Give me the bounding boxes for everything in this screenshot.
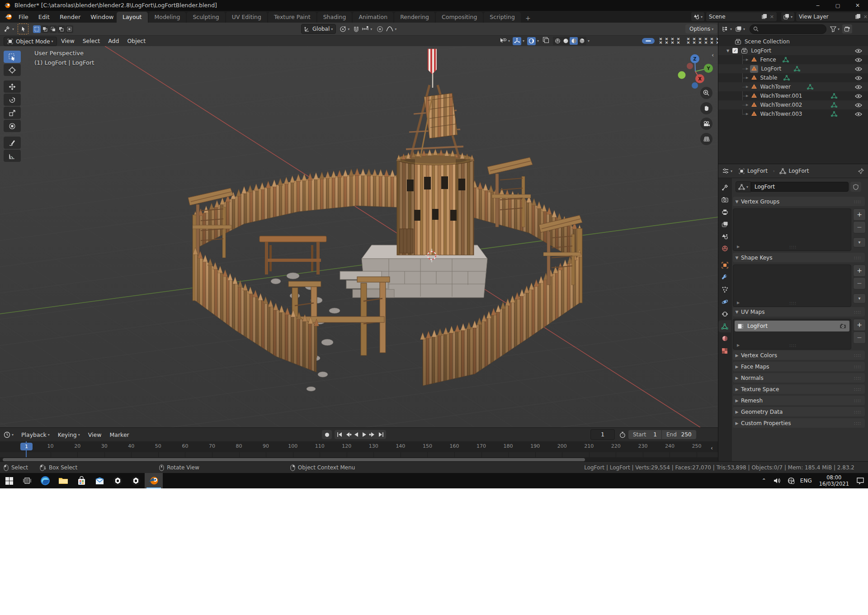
hide-toggle-eye-icon[interactable]: [855, 48, 862, 55]
gizmo-axis-z-neg[interactable]: [692, 82, 698, 89]
jump-to-start-button[interactable]: [335, 431, 344, 438]
restrict-toggle-icon[interactable]: ××: [697, 37, 703, 44]
breadcrumb-data[interactable]: LogFort: [789, 168, 809, 174]
section-custom-properties[interactable]: ▶Custom Properties::::: [733, 418, 865, 428]
menu-file[interactable]: File: [14, 14, 33, 20]
datablock-name-field[interactable]: [751, 182, 849, 192]
uv-map-item[interactable]: LogFort: [735, 321, 849, 331]
restrict-toggle-icon[interactable]: ××: [675, 37, 681, 44]
frame-start-field[interactable]: Start 1: [628, 430, 662, 439]
mode-dropdown[interactable]: Object Mode ▾: [4, 37, 57, 46]
snap-increment-icon[interactable]: [362, 26, 369, 32]
vertex-group-specials-button[interactable]: ▾: [853, 237, 866, 247]
properties-tab-world[interactable]: [718, 242, 731, 255]
uv-maps-list[interactable]: LogFort ▶ ::::: [733, 319, 851, 350]
uv-map-add-button[interactable]: +: [853, 319, 866, 331]
shape-key-specials-button[interactable]: ▾: [853, 293, 866, 303]
tool-cursor[interactable]: [4, 64, 21, 76]
timeline-menu-marker[interactable]: Marker: [106, 431, 133, 438]
properties-tab-output[interactable]: [718, 206, 731, 218]
mesh-id-dropdown[interactable]: ▾: [736, 181, 751, 192]
search-field[interactable]: [760, 26, 821, 33]
workspace-tab-layout[interactable]: Layout: [117, 12, 148, 23]
expand-arrow[interactable]: ▶: [746, 76, 748, 80]
gizmo-axis-x-neg[interactable]: [687, 63, 693, 69]
outliner-row-object[interactable]: ▶WachTower.002: [718, 100, 868, 109]
restrict-toggle-icon[interactable]: ××: [709, 37, 715, 44]
proportional-editing-group[interactable]: ▾: [377, 26, 396, 33]
workspace-tab-animation[interactable]: Animation: [353, 12, 393, 23]
hide-toggle-eye-icon[interactable]: [855, 85, 862, 91]
jump-to-end-button[interactable]: [377, 431, 385, 438]
properties-tab-tool[interactable]: [718, 181, 731, 194]
transform-orientation-dropdown[interactable]: Global ▾: [301, 24, 336, 34]
snap-target-dropdown[interactable]: ▾: [340, 26, 349, 33]
shading-rendered-button[interactable]: [578, 37, 586, 45]
fake-user-shield-button[interactable]: [850, 182, 861, 192]
task-view-button[interactable]: [18, 473, 36, 488]
breadcrumb-object[interactable]: LogFort: [747, 168, 768, 174]
new-view-layer-icon[interactable]: [854, 14, 861, 20]
outliner-row-object[interactable]: ▶Fence: [718, 55, 868, 64]
scene-type-dropdown[interactable]: ▾: [691, 12, 705, 22]
play-button[interactable]: [360, 431, 368, 438]
select-mode-set-button[interactable]: [33, 25, 41, 33]
tool-transform[interactable]: [4, 120, 21, 132]
shading-material-button[interactable]: [570, 37, 578, 45]
notification-icon[interactable]: [856, 477, 864, 484]
view-layer-name-field[interactable]: View Layer ✕: [796, 12, 868, 22]
pin-icon[interactable]: [858, 168, 864, 174]
outliner-row-object[interactable]: ▶Stable: [718, 73, 868, 82]
uv-map-remove-button[interactable]: −: [853, 331, 866, 344]
outliner-display-mode-dropdown[interactable]: ▾: [722, 26, 732, 32]
properties-tab-scene[interactable]: [718, 230, 731, 242]
view-layer-type-dropdown[interactable]: ▾: [781, 12, 795, 22]
restrict-toggle-icon[interactable]: ××: [703, 37, 709, 44]
proportional-editing-icon[interactable]: [377, 26, 383, 33]
timeline-ruler[interactable]: 1020304050607080901001101201301401501601…: [0, 441, 718, 453]
new-scene-icon[interactable]: [761, 14, 768, 20]
tool-rotate[interactable]: [4, 94, 21, 106]
properties-tab-render[interactable]: [718, 194, 731, 206]
hide-toggle-eye-icon[interactable]: [855, 76, 862, 82]
timeline-track[interactable]: [0, 452, 718, 457]
expand-handle[interactable]: ▶: [737, 245, 740, 249]
menu-render[interactable]: Render: [55, 14, 85, 20]
taskbar-unity-2[interactable]: [127, 473, 145, 488]
properties-tab-texture[interactable]: [718, 345, 731, 357]
pan-button[interactable]: [700, 102, 712, 114]
vertex-group-remove-button[interactable]: −: [853, 221, 866, 233]
prev-keyframe-button[interactable]: [344, 431, 353, 438]
hide-toggle-eye-icon[interactable]: [855, 57, 862, 64]
unlink-scene-icon[interactable]: ✕: [770, 14, 774, 20]
timeline-menu-keying[interactable]: Keying▾: [54, 431, 84, 438]
network-globe-icon[interactable]: [788, 477, 795, 484]
hide-toggle-eye-icon[interactable]: [855, 112, 862, 118]
expand-arrow[interactable]: ▶: [746, 94, 748, 98]
gizmos-toggle-dropdown[interactable]: ▾: [513, 37, 524, 45]
section-uv-maps[interactable]: ▼UV Maps::::: [733, 307, 865, 317]
snap-toggle-group[interactable]: ▾: [353, 26, 372, 33]
properties-tab-material[interactable]: [718, 332, 731, 345]
select-mode-invert-button[interactable]: [57, 25, 65, 33]
taskbar-blender-active[interactable]: [145, 473, 163, 488]
shading-solid-button[interactable]: [561, 37, 570, 45]
hide-toggle-eye-icon[interactable]: [855, 66, 862, 73]
outliner-row-object[interactable]: ▶WachTower.001: [718, 91, 868, 100]
menu-window[interactable]: Window: [85, 14, 118, 20]
hide-toggle-eye-icon[interactable]: [855, 94, 862, 100]
active-tool-button[interactable]: [18, 24, 28, 34]
shading-dropdown[interactable]: ▾: [588, 39, 590, 43]
expand-arrow[interactable]: ▶: [746, 103, 748, 107]
properties-tab-object[interactable]: [718, 259, 731, 271]
blender-app-menu-icon[interactable]: [5, 13, 13, 20]
restrict-toggle-icon[interactable]: ××: [664, 37, 670, 44]
magnet-icon[interactable]: [353, 26, 359, 33]
restrict-toggle-icon[interactable]: ××: [658, 37, 664, 44]
restrict-toggle-icon[interactable]: ××: [670, 37, 675, 44]
remove-view-layer-icon[interactable]: ✕: [863, 14, 868, 20]
workspace-tab-shading[interactable]: Shading: [317, 12, 352, 23]
properties-tab-view-layer[interactable]: [718, 218, 731, 230]
collection-visibility-pill[interactable]: [642, 38, 655, 44]
taskbar-unity-1[interactable]: [108, 473, 127, 488]
